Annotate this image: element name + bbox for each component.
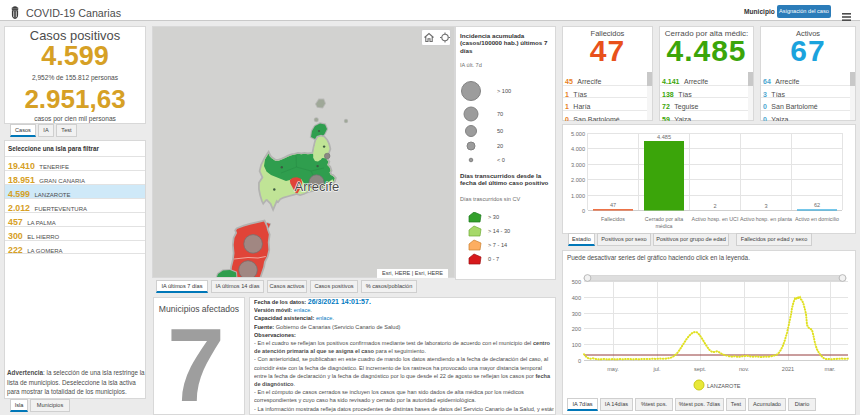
svg-text:Fallecidos: Fallecidos	[601, 216, 625, 222]
svg-text:Activo en domicilio: Activo en domicilio	[795, 216, 839, 222]
svg-text:mar.: mar.	[825, 366, 836, 372]
svg-text:sept.: sept.	[694, 366, 707, 372]
svg-text:4.000: 4.000	[571, 146, 585, 152]
svg-text:LANZAROTE: LANZAROTE	[707, 383, 741, 389]
svg-text:100: 100	[572, 342, 581, 348]
svg-text:2.000: 2.000	[571, 177, 585, 183]
svg-text:2: 2	[713, 203, 716, 209]
svg-text:Activo hosp. en UCI: Activo hosp. en UCI	[692, 216, 739, 222]
svg-text:may.: may.	[607, 366, 619, 372]
svg-text:500: 500	[572, 279, 581, 285]
svg-text:5.000: 5.000	[571, 131, 585, 137]
svg-text:jul.: jul.	[652, 366, 661, 372]
svg-text:Cerrado por alta: Cerrado por alta	[645, 216, 683, 222]
svg-text:nov.: nov.	[739, 366, 750, 372]
svg-text:1.000: 1.000	[571, 193, 585, 199]
svg-text:62: 62	[814, 202, 820, 208]
svg-text:médica: médica	[655, 223, 672, 229]
svg-text:Activo hosp. en planta: Activo hosp. en planta	[740, 216, 792, 222]
svg-text:Arrecife: Arrecife	[295, 179, 340, 194]
svg-text:4.485: 4.485	[657, 134, 671, 140]
svg-text:3: 3	[764, 203, 767, 209]
svg-text:3.000: 3.000	[571, 162, 585, 168]
svg-text:400: 400	[572, 295, 581, 301]
svg-text:200: 200	[572, 326, 581, 332]
svg-text:300: 300	[572, 311, 581, 317]
svg-text:0: 0	[578, 358, 581, 364]
svg-text:0: 0	[582, 208, 585, 214]
svg-text:47: 47	[610, 202, 616, 208]
svg-text:2021: 2021	[782, 366, 794, 372]
